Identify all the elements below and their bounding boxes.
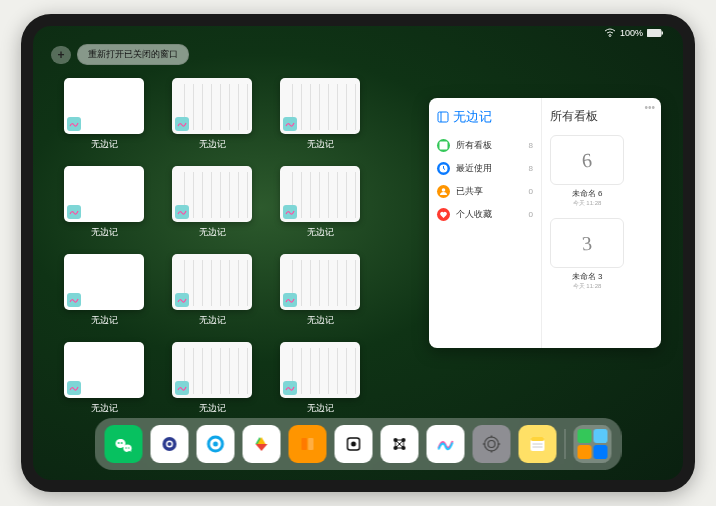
sidebar-item-count: 8 bbox=[529, 164, 533, 173]
board-name: 未命名 3 bbox=[550, 271, 624, 282]
panel-sidebar: 无边记 所有看板 8 最近使用 8 已共享 0 个人收藏 0 bbox=[429, 98, 542, 348]
app-window[interactable]: 无边记 bbox=[275, 342, 365, 418]
app-window[interactable]: 无边记 bbox=[167, 78, 257, 154]
app-window[interactable]: 无边记 bbox=[59, 166, 149, 242]
board-date: 今天 11:28 bbox=[550, 199, 624, 208]
window-label: 无边记 bbox=[307, 138, 334, 151]
sidebar-item-count: 0 bbox=[529, 210, 533, 219]
screen: 100% + 重新打开已关闭的窗口 无边记 无边记 无边记 bbox=[33, 26, 683, 480]
notes-icon bbox=[528, 434, 548, 454]
window-label: 无边记 bbox=[307, 314, 334, 327]
freeform-app-icon bbox=[283, 205, 297, 219]
person-icon bbox=[437, 185, 450, 198]
window-thumbnail bbox=[64, 342, 144, 398]
sidebar-item-label: 所有看板 bbox=[456, 139, 492, 152]
panel-title: 无边记 bbox=[453, 108, 492, 126]
svg-point-15 bbox=[213, 442, 218, 447]
freeform-app-icon bbox=[283, 293, 297, 307]
browser2-icon bbox=[206, 434, 226, 454]
ipad-device-frame: 100% + 重新打开已关闭的窗口 无边记 无边记 无边记 bbox=[21, 14, 695, 492]
topbar: + 重新打开已关闭的窗口 bbox=[51, 44, 189, 65]
status-bar: 100% bbox=[604, 28, 663, 38]
reopen-closed-window-button[interactable]: 重新打开已关闭的窗口 bbox=[77, 44, 189, 65]
browser1-icon bbox=[160, 434, 180, 454]
window-thumbnail bbox=[172, 342, 252, 398]
freeform-app-icon bbox=[175, 293, 189, 307]
window-label: 无边记 bbox=[199, 226, 226, 239]
app-window[interactable]: 无边记 bbox=[167, 342, 257, 418]
sidebar-item-label: 已共享 bbox=[456, 185, 483, 198]
sidebar-item[interactable]: 最近使用 8 bbox=[437, 157, 533, 180]
window-thumbnail bbox=[64, 78, 144, 134]
panel-right-title: 所有看板 bbox=[550, 108, 653, 125]
dock-app-freeform[interactable] bbox=[427, 425, 465, 463]
sidebar-item[interactable]: 所有看板 8 bbox=[437, 134, 533, 157]
app-window[interactable]: 无边记 bbox=[275, 166, 365, 242]
sidebar-item[interactable]: 已共享 0 bbox=[437, 180, 533, 203]
dock-app-settings[interactable] bbox=[473, 425, 511, 463]
window-label: 无边记 bbox=[91, 314, 118, 327]
board-card[interactable]: 3 未命名 3 今天 11:28 bbox=[550, 218, 624, 291]
board-thumbnail: 6 bbox=[550, 135, 624, 185]
dock-app-browser1[interactable] bbox=[151, 425, 189, 463]
svg-point-25 bbox=[488, 441, 495, 448]
app-window[interactable]: 无边记 bbox=[59, 342, 149, 418]
svg-point-13 bbox=[168, 442, 172, 446]
svg-point-8 bbox=[121, 442, 123, 444]
freeform-app-icon bbox=[283, 381, 297, 395]
window-label: 无边记 bbox=[91, 138, 118, 151]
dock-app-folder[interactable] bbox=[574, 425, 612, 463]
freeform-app-icon bbox=[67, 117, 81, 131]
scribble-icon: 3 bbox=[581, 231, 593, 255]
freeform-panel: 无边记 所有看板 8 最近使用 8 已共享 0 个人收藏 0 ••• 所有看板 bbox=[429, 98, 661, 348]
dock-app-play[interactable] bbox=[243, 425, 281, 463]
dice-icon bbox=[344, 434, 364, 454]
dock bbox=[95, 418, 622, 470]
window-thumbnail bbox=[172, 78, 252, 134]
more-icon[interactable]: ••• bbox=[644, 102, 655, 113]
window-thumbnail bbox=[280, 78, 360, 134]
dock-app-wechat[interactable] bbox=[105, 425, 143, 463]
app-window[interactable]: 无边记 bbox=[275, 78, 365, 154]
dock-app-books[interactable] bbox=[289, 425, 327, 463]
svg-rect-4 bbox=[440, 142, 448, 150]
svg-point-7 bbox=[118, 442, 120, 444]
app-window[interactable]: 无边记 bbox=[167, 166, 257, 242]
board-thumbnail: 3 bbox=[550, 218, 624, 268]
board-card[interactable]: 6 未命名 6 今天 11:28 bbox=[550, 135, 624, 208]
sidebar-item-label: 最近使用 bbox=[456, 162, 492, 175]
dock-app-graph[interactable] bbox=[381, 425, 419, 463]
window-label: 无边记 bbox=[91, 226, 118, 239]
app-window[interactable]: 无边记 bbox=[59, 254, 149, 330]
dock-app-notes[interactable] bbox=[519, 425, 557, 463]
dock-app-dice[interactable] bbox=[335, 425, 373, 463]
sidebar-item[interactable]: 个人收藏 0 bbox=[437, 203, 533, 226]
window-thumbnail bbox=[64, 254, 144, 310]
svg-point-10 bbox=[128, 447, 129, 448]
svg-point-24 bbox=[485, 437, 499, 451]
wechat-icon bbox=[114, 434, 134, 454]
sidebar-item-count: 0 bbox=[529, 187, 533, 196]
svg-point-9 bbox=[125, 447, 126, 448]
freeform-app-icon bbox=[283, 117, 297, 131]
add-button[interactable]: + bbox=[51, 46, 71, 64]
svg-rect-2 bbox=[438, 112, 448, 122]
dock-app-browser2[interactable] bbox=[197, 425, 235, 463]
app-window[interactable]: 无边记 bbox=[167, 254, 257, 330]
freeform-app-icon bbox=[67, 205, 81, 219]
square-icon bbox=[437, 139, 450, 152]
app-window[interactable]: 无边记 bbox=[275, 254, 365, 330]
sidebar-item-count: 8 bbox=[529, 141, 533, 150]
battery-label: 100% bbox=[620, 28, 643, 38]
window-label: 无边记 bbox=[307, 402, 334, 415]
books-icon bbox=[298, 434, 318, 454]
app-window[interactable]: 无边记 bbox=[59, 78, 149, 154]
board-name: 未命名 6 bbox=[550, 188, 624, 199]
freeform-app-icon bbox=[175, 117, 189, 131]
scribble-icon: 6 bbox=[581, 148, 593, 172]
svg-rect-17 bbox=[308, 438, 314, 450]
heart-icon bbox=[437, 208, 450, 221]
panel-content: ••• 所有看板 6 未命名 6 今天 11:28 3 未命名 3 今天 11:… bbox=[542, 98, 661, 348]
window-thumbnail bbox=[172, 254, 252, 310]
play-icon bbox=[252, 434, 272, 454]
